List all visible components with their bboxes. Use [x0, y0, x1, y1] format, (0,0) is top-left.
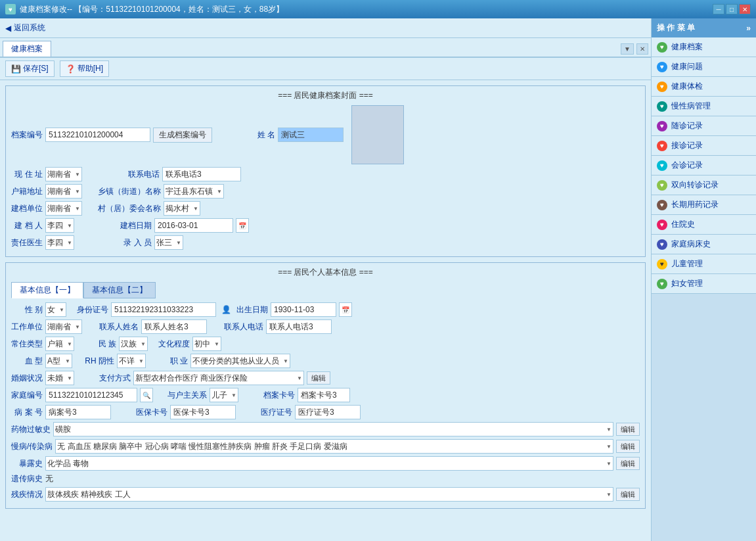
tab-close-button[interactable]: ✕ [636, 43, 648, 55]
medical-card-input[interactable] [170, 405, 236, 419]
contact-name-input[interactable] [141, 319, 207, 334]
back-to-system-button[interactable]: ◀ 返回系统 [0, 18, 651, 38]
basic-tab-1[interactable]: 基本信息【一】 [11, 282, 83, 298]
jian-select[interactable]: 湖南省 [45, 201, 82, 216]
help-label: 帮助[H] [78, 63, 103, 74]
sidebar-item-home-hospital[interactable]: ♥ 家庭病床史 [652, 235, 756, 254]
job-select[interactable]: 不便分类的其他从业人员 [190, 354, 290, 368]
calendar-icon[interactable]: 📅 [236, 218, 249, 233]
disability-edit-button[interactable]: 编辑 [616, 488, 640, 501]
title-bar: ♥ 健康档案修改-- 【编号：51132210101200004，姓名：测试三，… [0, 0, 756, 18]
maximize-button[interactable]: □ [726, 4, 738, 14]
birthday-calendar-icon[interactable]: 📅 [339, 302, 352, 317]
rh-select[interactable]: 不详 [117, 354, 146, 368]
sidebar-item-transfer[interactable]: ♥ 双向转诊记录 [652, 176, 756, 195]
payment-edit-button[interactable]: 编辑 [307, 371, 330, 385]
jiandang-select[interactable]: 李四 [45, 218, 74, 233]
save-icon: 💾 [11, 64, 21, 74]
sidebar-expand-icon[interactable]: » [746, 24, 751, 33]
contact-name-label: 联系人姓名 [93, 321, 139, 333]
sidebar-item-hospital[interactable]: ♥ 住院史 [652, 215, 756, 235]
family-row: 家庭编号 🔍 与户主关系 儿子 档案卡号 [11, 388, 640, 402]
sidebar-label-followup: 随诊记录 [671, 120, 703, 131]
id-input[interactable] [111, 302, 216, 317]
health-archive-tab[interactable]: 健康档案 [3, 41, 51, 57]
close-button[interactable]: ✕ [739, 4, 751, 14]
edu-label: 文化程度 [158, 339, 190, 350]
resident-select[interactable]: 户籍 [45, 337, 74, 351]
recorder-select[interactable]: 张三 [154, 235, 183, 250]
resident-label: 常住类型 [11, 339, 43, 350]
relation-select[interactable]: 儿子 [210, 388, 238, 402]
jiandang-date-input[interactable] [154, 218, 233, 233]
disease-no-label: 病 案 号 [11, 407, 43, 418]
chronic-select[interactable]: 无 高血压 糖尿病 脑卒中 冠心病 哮喘 慢性阻塞性肺疾病 肿瘤 肝炎 手足口病… [55, 439, 613, 454]
save-button[interactable]: 💾 保存[S] [5, 60, 55, 77]
sidebar-item-medication[interactable]: ♥ 长期用药记录 [652, 195, 756, 215]
basic-tab-2[interactable]: 基本信息【二】 [83, 282, 156, 298]
sidebar-item-consultation[interactable]: ♥ 会诊记录 [652, 156, 756, 176]
gender-label: 性 别 [11, 304, 43, 316]
tab-bar: 健康档案 ▼ ✕ [0, 38, 651, 58]
sidebar-item-health-check[interactable]: ♥ 健康体检 [652, 77, 756, 97]
nation-select[interactable]: 汉族 [119, 337, 148, 351]
work-select[interactable]: 湖南省 [45, 319, 82, 334]
hospital-icon: ♥ [657, 220, 667, 230]
consultation-icon: ♥ [657, 160, 667, 171]
birthday-input[interactable] [271, 302, 336, 317]
town-select[interactable]: 宇迁县东石镇 [164, 184, 224, 199]
name-input[interactable] [278, 128, 344, 142]
allergy-select[interactable]: 磺胺 [53, 422, 613, 436]
sidebar-label-reception: 接诊记录 [671, 140, 703, 151]
family-search-icon[interactable]: 🔍 [140, 388, 153, 402]
sidebar-item-followup[interactable]: ♥ 随诊记录 [652, 116, 756, 136]
town-label: 乡镇（街道）名称 [98, 186, 161, 197]
disease-no-input[interactable] [45, 405, 111, 419]
payment-select[interactable]: 新型农村合作医疗 商业医疗保险 [133, 371, 304, 385]
responsible-select[interactable]: 李四 [45, 235, 74, 250]
huji-label: 户籍地址 [11, 186, 43, 197]
family-no-input[interactable] [45, 388, 137, 402]
blood-select[interactable]: A型 [45, 354, 72, 368]
village-select[interactable]: 揭水村 [164, 201, 200, 216]
medical-cert-label: 医疗证号 [246, 407, 292, 418]
huji-select[interactable]: 湖南省 [45, 184, 82, 199]
exposure-edit-button[interactable]: 编辑 [616, 457, 640, 470]
contact-phone-input[interactable] [266, 319, 332, 334]
sidebar-item-reception[interactable]: ♥ 接诊记录 [652, 136, 756, 156]
archive-card-input[interactable] [298, 388, 350, 402]
jian-label: 建档单位 [11, 203, 43, 214]
sidebar-item-chronic-management[interactable]: ♥ 慢性病管理 [652, 97, 756, 116]
help-button[interactable]: ❓ 帮助[H] [60, 60, 109, 77]
children-icon: ♥ [657, 259, 667, 270]
minimize-button[interactable]: ─ [713, 4, 724, 14]
exposure-select[interactable]: 化学品 毒物 [45, 456, 613, 471]
sidebar-item-health-problem[interactable]: ♥ 健康问题 [652, 57, 756, 77]
marriage-select[interactable]: 未婚 [45, 371, 74, 385]
sidebar-item-children[interactable]: ♥ 儿童管理 [652, 254, 756, 274]
disability-select[interactable]: 肢体残疾 精神残疾 工人 [45, 487, 613, 502]
gender-select[interactable]: 女 [45, 302, 66, 317]
sidebar-title: 操 作 菜 单 [657, 22, 695, 34]
recorder-label: 录 入 员 [106, 237, 152, 248]
gender-row: 性 别 女 身份证号 👤 出生日期 📅 [11, 302, 640, 317]
blood-label: 血 型 [11, 356, 43, 367]
archive-cover-section: === 居民健康档案封面 === 档案编号 生成档案编号 姓 名 现 住 址 [5, 85, 646, 257]
marriage-row: 婚姻状况 未婚 支付方式 新型农村合作医疗 商业医疗保险 编辑 [11, 371, 640, 385]
phone-input[interactable] [162, 167, 241, 181]
allergy-edit-button[interactable]: 编辑 [616, 423, 640, 436]
sidebar-item-women[interactable]: ♥ 妇女管理 [652, 274, 756, 294]
sidebar-label-health-problem: 健康问题 [671, 61, 703, 72]
work-row: 工作单位 湖南省 联系人姓名 联系人电话 [11, 319, 640, 334]
address-select[interactable]: 湖南省 [45, 167, 82, 181]
edu-select[interactable]: 初中 [192, 337, 221, 351]
medical-cert-input[interactable] [295, 405, 361, 419]
sidebar-item-health-archive[interactable]: ♥ 健康档案 [652, 37, 756, 57]
archive-card-label: 档案卡号 [249, 390, 295, 401]
tab-arrow-button[interactable]: ▼ [621, 43, 634, 55]
sidebar-label-chronic-management: 慢性病管理 [671, 101, 711, 112]
chronic-edit-button[interactable]: 编辑 [616, 440, 640, 453]
jiandang-date-label: 建档日期 [106, 220, 152, 231]
archive-no-input[interactable] [45, 128, 150, 142]
gen-archive-no-button[interactable]: 生成档案编号 [153, 128, 212, 143]
